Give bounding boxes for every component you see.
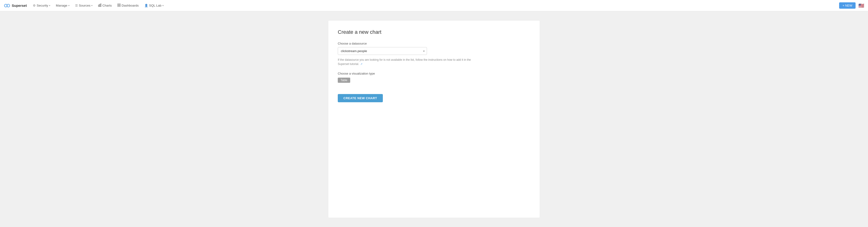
svg-rect-5 <box>118 4 119 5</box>
nav-item-charts[interactable]: Charts <box>96 2 114 9</box>
sqllab-chevron-icon: ▾ <box>162 4 164 7</box>
hint-text: If the datasource you are looking for is… <box>338 58 478 66</box>
viz-type-label: Choose a visualization type <box>338 72 530 75</box>
svg-rect-7 <box>118 5 119 6</box>
security-chevron-icon: ▾ <box>49 4 50 7</box>
svg-rect-6 <box>119 4 120 5</box>
external-link-icon: ↗ <box>360 63 363 65</box>
manage-chevron-icon: ▾ <box>68 4 69 7</box>
sources-chevron-icon: ▾ <box>91 4 92 7</box>
nav-item-sqllab[interactable]: 👤 SQL Lab ▾ <box>142 2 166 9</box>
nav-sources-label: Sources <box>79 4 91 7</box>
page-content: Create a new chart Choose a datasource c… <box>0 11 868 227</box>
nav-sqllab-label: SQL Lab <box>149 4 161 7</box>
navbar-right: + NEW 🇺🇸 <box>839 2 864 9</box>
dashboards-icon <box>117 3 121 7</box>
page-title: Create a new chart <box>338 29 530 35</box>
create-chart-card: Create a new chart Choose a datasource c… <box>329 21 539 218</box>
svg-rect-2 <box>98 5 99 6</box>
nav-item-dashboards[interactable]: Dashboards <box>115 2 141 9</box>
security-icon: ⚙ <box>33 4 36 7</box>
language-flag-icon[interactable]: 🇺🇸 <box>858 3 864 8</box>
brand-name: Superset <box>12 3 27 7</box>
nav-charts-label: Charts <box>102 4 112 7</box>
navbar: Superset ⚙ Security ▾ Manage ▾ ☰ Sources… <box>0 0 868 11</box>
charts-icon <box>98 3 101 7</box>
datasource-select-wrapper: clickstream.people ▾ <box>338 47 427 55</box>
create-chart-button[interactable]: CREATE NEW CHART <box>338 94 383 102</box>
nav-item-sources[interactable]: ☰ Sources ▾ <box>73 2 95 9</box>
tutorial-link[interactable]: ↗ <box>360 62 363 66</box>
nav-item-security[interactable]: ⚙ Security ▾ <box>31 2 53 9</box>
svg-rect-8 <box>119 5 120 6</box>
superset-logo-icon <box>4 2 10 9</box>
nav-menu: ⚙ Security ▾ Manage ▾ ☰ Sources ▾ Charts <box>31 2 839 9</box>
svg-rect-4 <box>100 4 101 6</box>
nav-item-manage[interactable]: Manage ▾ <box>54 2 72 9</box>
nav-manage-label: Manage <box>56 4 67 7</box>
nav-security-label: Security <box>37 4 48 7</box>
sqllab-icon: 👤 <box>144 4 148 7</box>
nav-dashboards-label: Dashboards <box>122 4 139 7</box>
new-button[interactable]: + NEW <box>839 2 856 9</box>
sources-icon: ☰ <box>75 4 78 7</box>
svg-rect-3 <box>99 4 100 6</box>
brand-logo[interactable]: Superset <box>4 2 27 9</box>
hint-text-content: If the datasource you are looking for is… <box>338 58 471 66</box>
datasource-select[interactable]: clickstream.people <box>338 47 427 55</box>
viz-type-badge[interactable]: Table <box>338 77 350 83</box>
datasource-label: Choose a datasource <box>338 42 530 45</box>
